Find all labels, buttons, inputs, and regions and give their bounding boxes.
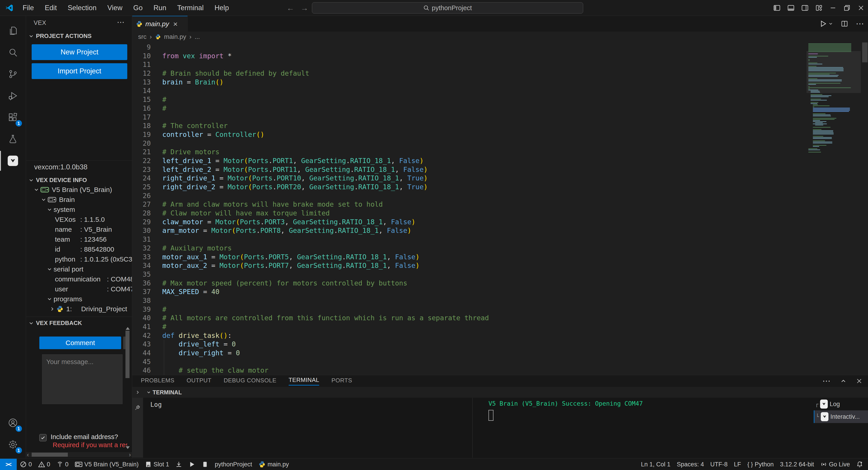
status-error[interactable]: 0 xyxy=(17,459,35,470)
activity-explorer[interactable] xyxy=(0,20,26,41)
editor-scrollbar[interactable] xyxy=(862,42,868,375)
code-line[interactable]: 43 drive_left = 0 xyxy=(132,340,489,349)
code-line[interactable]: 33motor_aux_1 = Motor(Ports.PORT5, GearS… xyxy=(132,253,489,262)
code-line[interactable]: 9 xyxy=(132,43,489,52)
toggle-secondary-sidebar-icon[interactable] xyxy=(798,0,812,16)
code-line[interactable]: 20 xyxy=(132,139,489,148)
section-project-actions[interactable]: PROJECT ACTIONS xyxy=(28,33,92,39)
tree-row-system[interactable]: system xyxy=(26,205,132,214)
status-lf[interactable]: LF xyxy=(731,459,744,470)
status-brain[interactable]: V5 Brain (V5_Brain) xyxy=(72,459,142,470)
terminal-interactive-pane[interactable]: V5 Brain (V5_Brain) Success: Opening COM… xyxy=(473,398,814,458)
close-panel-icon[interactable] xyxy=(856,378,863,384)
status-slot[interactable]: Slot 1 xyxy=(142,459,172,470)
tree-row-communication[interactable]: communication: COM48 xyxy=(26,274,132,284)
code-line[interactable]: 12# Brain should be defined by default xyxy=(132,69,489,78)
panel-tab-output[interactable]: OUTPUT xyxy=(187,377,212,385)
editor-more-actions-icon[interactable]: ⋯ xyxy=(856,19,864,29)
tree-row-programs[interactable]: programs xyxy=(26,294,132,304)
code-editor[interactable]: 910from vex import *1112# Brain should b… xyxy=(132,42,868,375)
breadcrumb-src[interactable]: src xyxy=(138,33,147,40)
sidebar-horizontal-scrollbar[interactable]: ‹› xyxy=(26,452,132,457)
code-line[interactable]: 28# Claw motor will have max torque limi… xyxy=(132,209,489,218)
code-line[interactable]: 10from vex import * xyxy=(132,52,489,61)
code-line[interactable]: 40# All motors are controlled from this … xyxy=(132,314,489,323)
status-spaces-4[interactable]: Spaces: 4 xyxy=(674,459,707,470)
menu-file[interactable]: File xyxy=(17,2,39,13)
terminal-log-pane[interactable]: Log xyxy=(143,398,472,458)
code-line[interactable]: 36# Max motor speed (percent) for motors… xyxy=(132,279,489,288)
command-center-search[interactable]: pythonProject xyxy=(312,2,583,13)
menu-terminal[interactable]: Terminal xyxy=(172,2,209,13)
menu-view[interactable]: View xyxy=(102,2,128,13)
code-line[interactable]: 44 drive_right = 0 xyxy=(132,349,489,358)
tree-row-id[interactable]: id: 88542800 xyxy=(26,244,132,254)
code-line[interactable]: 32# Auxilary motors xyxy=(132,244,489,253)
tab-close-icon[interactable]: × xyxy=(173,20,178,29)
code-line[interactable]: 30arm_motor = Motor(Ports.PORT8, GearSet… xyxy=(132,226,489,235)
code-line[interactable]: 39# xyxy=(132,305,489,314)
code-line[interactable]: 16# xyxy=(132,104,489,113)
toggle-sidebar-icon[interactable] xyxy=(770,0,784,16)
feedback-message-input[interactable] xyxy=(42,355,123,404)
status-play[interactable] xyxy=(185,459,198,470)
activity-testing[interactable] xyxy=(0,128,26,150)
activity-settings[interactable]: 1 xyxy=(0,434,26,455)
status-ln-1-col-1[interactable]: Ln 1, Col 1 xyxy=(638,459,674,470)
status-braces[interactable]: { }Python xyxy=(744,459,777,470)
section-device-info[interactable]: VEX DEVICE INFO xyxy=(28,177,87,183)
disconnect-plug-icon[interactable] xyxy=(134,404,141,411)
tree-row-v5-brain-v5-brain-[interactable]: V5 Brain (V5_Brain) xyxy=(26,185,132,195)
restore-icon[interactable] xyxy=(840,0,854,16)
code-line[interactable]: 41# xyxy=(132,323,489,331)
split-editor-icon[interactable] xyxy=(841,20,848,27)
menu-help[interactable]: Help xyxy=(209,2,235,13)
menu-run[interactable]: Run xyxy=(148,2,172,13)
code-line[interactable]: 42def drive_task(): xyxy=(132,331,489,340)
code-line[interactable]: 26 xyxy=(132,192,489,200)
panel-tab-terminal[interactable]: TERMINAL xyxy=(289,376,319,385)
code-line[interactable]: 22left_drive_1 = Motor(Ports.PORT1, Gear… xyxy=(132,157,489,165)
tree-row-name[interactable]: name: V5_Brain xyxy=(26,225,132,234)
customize-layout-icon[interactable] xyxy=(812,0,826,16)
tree-row-user[interactable]: user: COM47 xyxy=(26,284,132,294)
tree-row-brain[interactable]: Brain xyxy=(26,195,132,205)
panel-more-actions-icon[interactable]: ⋯ xyxy=(822,376,831,386)
status-stop[interactable] xyxy=(198,459,212,470)
comment-button[interactable]: Comment xyxy=(39,337,121,349)
status-antenna[interactable]: 0 xyxy=(53,459,72,470)
activity-vex[interactable] xyxy=(0,150,26,172)
code-line[interactable]: 15# xyxy=(132,95,489,104)
terminal-header[interactable]: TERMINAL xyxy=(146,389,182,396)
close-window-icon[interactable] xyxy=(854,0,868,16)
breadcrumb-symbol[interactable]: ... xyxy=(195,33,200,40)
feedback-vertical-scrollbar[interactable] xyxy=(125,327,130,449)
tree-row-team[interactable]: team: 123456 xyxy=(26,234,132,244)
code-line[interactable]: 24right_drive_1 = Motor(Ports.PORT10, Ge… xyxy=(132,174,489,183)
activity-source-control[interactable] xyxy=(0,63,26,85)
menu-selection[interactable]: Selection xyxy=(62,2,102,13)
status-pythonproject[interactable]: pythonProject xyxy=(212,459,255,470)
panel-tab-debug-console[interactable]: DEBUG CONSOLE xyxy=(223,377,276,385)
tree-row-vexos[interactable]: VEXos: 1.1.5.0 xyxy=(26,214,132,225)
sidebar-more-icon[interactable]: ⋯ xyxy=(117,18,125,27)
code-line[interactable]: 38 xyxy=(132,296,489,305)
toggle-panel-icon[interactable] xyxy=(784,0,798,16)
code-line[interactable]: 46 # setup the claw motor xyxy=(132,366,489,375)
terminal-instance-interactiv[interactable]: └Interactiv... xyxy=(814,410,868,423)
maximize-panel-icon[interactable] xyxy=(840,378,847,384)
code-line[interactable]: 11 xyxy=(132,60,489,69)
panel-tab-problems[interactable]: PROBLEMS xyxy=(141,377,175,385)
code-line[interactable]: 35 xyxy=(132,270,489,279)
code-line[interactable]: 37MAX_SPEED = 40 xyxy=(132,288,489,296)
status-golive[interactable]: Go Live xyxy=(817,459,853,470)
nav-back-icon[interactable]: ← xyxy=(287,4,294,12)
activity-run-and-debug[interactable] xyxy=(0,85,26,107)
panel-tab-ports[interactable]: PORTS xyxy=(331,377,352,385)
import-project-button[interactable]: Import Project xyxy=(32,63,127,79)
activity-search[interactable] xyxy=(0,41,26,63)
status-bell[interactable] xyxy=(853,459,866,470)
status-python[interactable]: main.py xyxy=(255,459,292,470)
run-python-file-icon[interactable] xyxy=(819,20,833,28)
status-utf-8[interactable]: UTF-8 xyxy=(707,459,731,470)
